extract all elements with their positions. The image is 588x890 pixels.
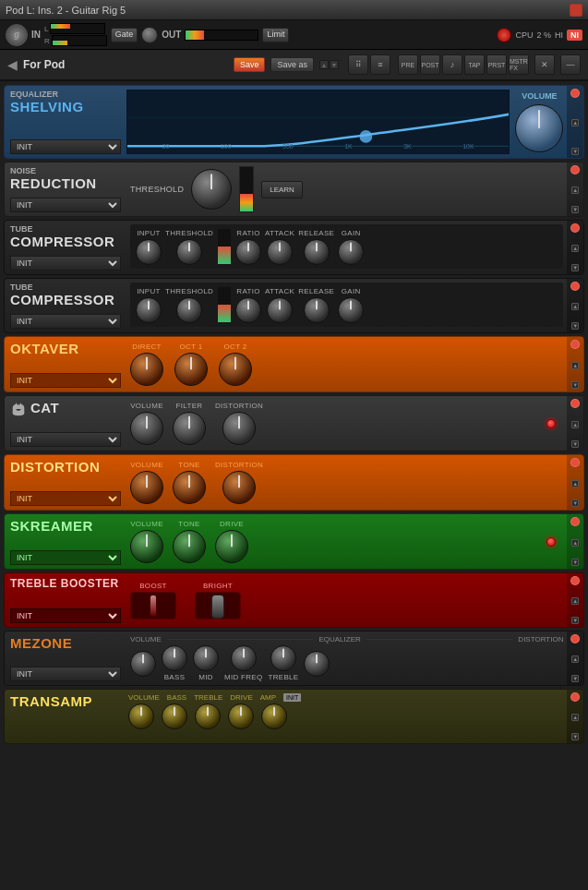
sk-power-button[interactable] [570,517,580,526]
tuner-button[interactable]: ♪ [442,54,462,75]
pre-button[interactable]: PRE [398,54,418,75]
cat-preset-select[interactable]: INIT [10,432,121,447]
tc1-arrow-down[interactable]: ▼ [571,264,579,271]
limit-button[interactable]: Limit [262,28,289,42]
tb-boost-lever[interactable] [130,592,176,619]
mez-midfreq-knob[interactable] [231,645,257,671]
tc1-attack-knob[interactable] [267,239,293,265]
tc2-arrow-down[interactable]: ▼ [571,322,579,330]
mez-volume-knob[interactable] [130,651,156,677]
mez-preset-select[interactable]: INIT [10,667,121,681]
ok-preset-select[interactable]: INIT [10,373,121,388]
eq-power-button[interactable] [570,89,580,98]
tc1-arrow-up[interactable]: ▲ [571,245,579,252]
tc1-input-knob[interactable] [136,239,162,265]
ok-oct1-knob[interactable] [174,353,208,386]
cat-arrow-up[interactable]: ▲ [571,421,579,428]
nr-arrow-down[interactable]: ▼ [571,206,579,213]
tc2-ratio-knob[interactable] [235,297,261,323]
ok-arrow-down[interactable]: ▼ [571,381,579,389]
ok-direct-knob[interactable] [130,353,163,386]
sk-arrow-up[interactable]: ▲ [571,539,579,547]
nr-learn-button[interactable]: LEARN [261,181,303,198]
minimize-rack-button[interactable]: — [560,54,581,75]
dist-preset-select[interactable]: INIT [10,491,121,506]
preset-btn-icon[interactable]: PRST [486,54,507,75]
mez-arrow-down[interactable]: ▼ [571,675,579,682]
eq-volume-knob[interactable] [515,104,563,152]
tc2-gain-knob[interactable] [338,297,364,323]
sk-volume-knob[interactable] [130,530,163,563]
mez-power-button[interactable] [570,634,580,643]
cat-distortion-knob[interactable] [222,412,256,445]
sidebar-toggle[interactable]: ◀ [7,57,18,72]
tb-bright-lever[interactable] [195,592,241,619]
close-button[interactable] [570,4,582,17]
tc1-gain-knob[interactable] [338,239,364,265]
dist-arrow-up[interactable]: ▲ [571,480,579,487]
nr-preset-select[interactable]: INIT [10,198,121,212]
tc2-power-button[interactable] [570,282,580,291]
post-button[interactable]: POST [420,54,440,75]
tb-arrow-down[interactable]: ▼ [571,617,579,624]
dist-volume-knob[interactable] [130,471,163,504]
tb-arrow-up[interactable]: ▲ [571,597,579,605]
dist-tone-knob[interactable] [173,471,206,504]
mez-bass-knob[interactable] [162,645,187,671]
nr-arrow-up[interactable]: ▲ [571,186,579,194]
mez-arrow-up[interactable]: ▲ [571,655,579,663]
tc2-attack-knob[interactable] [267,297,293,323]
tc1-power-button[interactable] [570,223,580,233]
power-button[interactable] [497,28,511,42]
trans-power-button[interactable] [570,692,580,702]
trans-bass-knob[interactable] [162,704,187,729]
tb-preset-select[interactable]: INIT [10,608,121,623]
trans-arrow-up[interactable]: ▲ [571,714,579,721]
tc2-arrow-up[interactable]: ▲ [571,303,579,310]
close-rack-button[interactable]: ✕ [534,54,555,75]
tc2-input-knob[interactable] [136,297,162,323]
master-fx-button[interactable]: MSTR FX [509,54,529,75]
cat-arrow-down[interactable]: ▼ [571,440,579,448]
gate-button[interactable]: Gate [111,28,138,42]
eq-arrow-down[interactable]: ▼ [571,148,579,155]
trans-arrow-down[interactable]: ▼ [571,733,579,740]
tc2-preset-select[interactable]: INIT [10,314,121,329]
trans-vol-knob[interactable] [128,704,154,729]
sk-tone-knob[interactable] [173,530,206,563]
mez-mid-knob[interactable] [193,645,219,671]
sk-preset-select[interactable]: INIT [10,550,121,565]
eq-arrow-up[interactable]: ▲ [571,119,579,126]
save-as-button[interactable]: Save as [270,57,314,72]
ok-power-button[interactable] [570,340,580,349]
rack-view-button[interactable]: ⠿ [348,54,368,75]
tc1-threshold-knob[interactable] [176,239,202,265]
sk-drive-knob[interactable] [215,530,248,563]
save-button[interactable]: Save [234,57,266,72]
dist-arrow-down[interactable]: ▼ [571,499,579,507]
dist-power-button[interactable] [570,458,580,467]
preset-up-button[interactable]: ▲ [319,60,329,69]
gate-knob[interactable] [141,27,158,43]
ok-arrow-up[interactable]: ▲ [571,362,579,369]
dist-distortion-knob[interactable] [222,471,256,504]
tc2-release-knob[interactable] [304,297,330,323]
trans-treble-knob[interactable] [195,704,221,729]
tap-button[interactable]: TAP [464,54,485,75]
tb-power-button[interactable] [570,576,580,585]
eq-preset-select[interactable]: INIT [10,139,121,154]
preset-list-button[interactable]: ≡ [370,54,390,75]
nr-power-button[interactable] [570,165,580,174]
sk-arrow-down[interactable]: ▼ [571,559,579,566]
ok-oct2-knob[interactable] [219,353,252,386]
cat-filter-knob[interactable] [173,412,206,445]
mez-dist-knob[interactable] [304,651,330,677]
tc1-ratio-knob[interactable] [235,239,261,265]
cat-volume-knob[interactable] [130,412,163,445]
trans-drive-knob[interactable] [228,704,254,729]
mez-treble-knob[interactable] [270,645,296,671]
trans-amp-knob[interactable] [261,704,287,729]
tc2-threshold-knob[interactable] [176,297,202,323]
nr-threshold-knob[interactable] [191,169,232,210]
tc1-preset-select[interactable]: INIT [10,256,121,271]
